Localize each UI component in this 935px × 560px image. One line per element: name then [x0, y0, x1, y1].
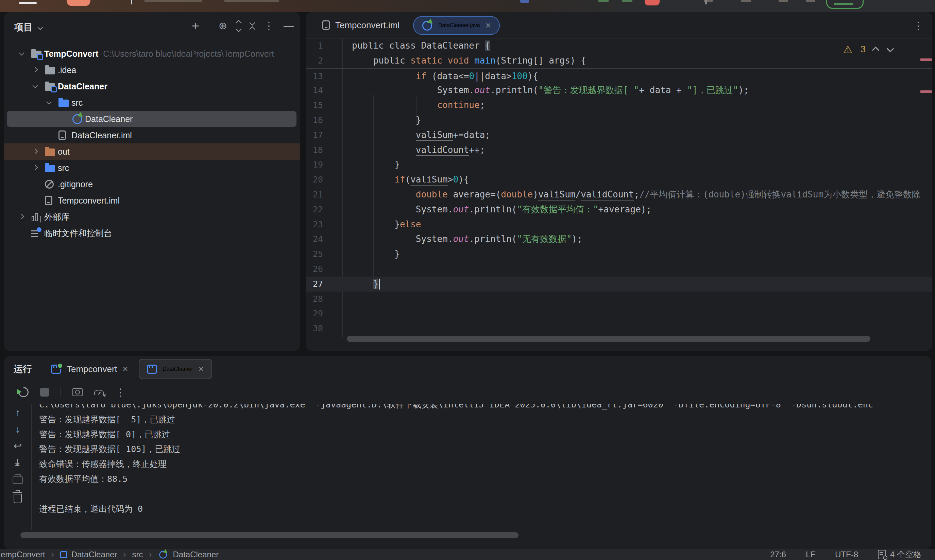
toolbar-blue-icon[interactable] — [520, 0, 529, 3]
line-ending[interactable]: LF — [806, 550, 815, 559]
expand-all-icon[interactable] — [237, 21, 241, 31]
line-number[interactable]: 26 — [306, 262, 342, 277]
license-pill-button[interactable] — [826, 0, 864, 9]
project-panel-title[interactable]: 项目 — [14, 21, 41, 33]
module-icon — [60, 551, 67, 558]
line-number[interactable]: 16 — [306, 113, 342, 128]
breadcrumb-item[interactable]: src — [132, 550, 143, 559]
chevron-down-icon[interactable] — [32, 83, 38, 88]
up-stacktrace-icon[interactable]: ↑ — [15, 407, 20, 418]
line-number[interactable]: 19 — [306, 157, 342, 172]
hide-panel-icon[interactable]: — — [283, 20, 294, 32]
down-stacktrace-icon[interactable]: ↓ — [15, 424, 20, 435]
indent-icon — [878, 550, 886, 559]
tree-item-src[interactable]: src — [4, 160, 300, 176]
profiler-icon[interactable] — [94, 390, 104, 395]
tree-item-tempconvert[interactable]: TempConvertC:\Users\taro blue\IdeaProjec… — [4, 46, 300, 62]
scroll-to-end-icon[interactable]: ⇥ — [12, 458, 23, 466]
tree-item-datacleaner[interactable]: DataCleaner — [4, 111, 300, 127]
line-number[interactable]: 21 — [306, 187, 342, 202]
code-line-2: 2 public static void main(String[] args)… — [306, 53, 932, 68]
error-stripe-mark[interactable] — [920, 58, 932, 61]
line-number[interactable]: 22 — [306, 202, 342, 217]
rerun-icon[interactable] — [16, 385, 31, 399]
file-encoding[interactable]: UTF-8 — [835, 550, 858, 559]
line-number[interactable]: 23 — [306, 217, 342, 232]
chevron-right-icon[interactable] — [32, 165, 38, 170]
tree-item-src[interactable]: src — [4, 94, 300, 111]
tree-item-datacleaner[interactable]: DataCleaner — [4, 78, 300, 94]
stop-record-icon[interactable] — [645, 0, 659, 5]
hamburger-menu-icon[interactable] — [19, 2, 37, 4]
clear-console-icon[interactable] — [14, 494, 22, 503]
tree-item-out[interactable]: out — [4, 143, 300, 160]
tree-item-datacleaner.iml[interactable]: DataCleaner.iml — [4, 127, 300, 143]
more-options-icon[interactable]: ⋮ — [264, 20, 274, 32]
line-number[interactable]: 13 — [306, 69, 342, 83]
run-panel-title[interactable]: 运行 — [14, 363, 32, 375]
run-tab-datacleaner[interactable]: DataCleaner× — [139, 359, 212, 379]
line-number[interactable]: 14 — [306, 83, 342, 98]
chevron-down-icon[interactable] — [19, 50, 25, 56]
editor-horizontal-scrollbar[interactable] — [347, 336, 870, 342]
line-number[interactable]: 17 — [306, 128, 342, 143]
settings-icon[interactable] — [806, 0, 815, 2]
run-icon[interactable] — [598, 0, 608, 2]
code-editor[interactable]: 1public class DataCleaner {2 public stat… — [306, 38, 932, 351]
search-icon[interactable] — [779, 0, 788, 2]
collapse-all-icon[interactable] — [250, 21, 254, 31]
tree-item-tempconvert.iml[interactable]: Tempconvert.iml — [4, 192, 300, 209]
breadcrumb-item[interactable]: empConvert — [1, 550, 45, 559]
line-number[interactable]: 15 — [306, 98, 342, 113]
print-icon[interactable] — [12, 476, 23, 484]
more-options-icon[interactable]: ⋮ — [115, 386, 125, 398]
caret-position[interactable]: 27:6 — [770, 550, 786, 559]
add-button[interactable]: + — [192, 20, 199, 32]
stop-icon[interactable] — [40, 388, 49, 397]
console-output[interactable]: C:\Users\taro blue\.jdks\openjdk-20.0.2\… — [39, 404, 924, 525]
code-line-24: 24 System.out.println("无有效数据"); — [306, 232, 932, 247]
line-number[interactable]: 27 — [306, 277, 342, 292]
error-stripe-mark[interactable] — [920, 91, 932, 93]
clipped-toolbar-text — [145, 0, 202, 2]
ide-window: 项目 + ⊕ ⋮ — TempConvertC:\Users\taro blue… — [0, 0, 935, 560]
line-number[interactable]: 24 — [306, 232, 342, 247]
chevron-right-icon[interactable] — [32, 149, 38, 154]
tree-item-.gitignore[interactable]: .gitignore — [4, 176, 300, 192]
chevron-right-icon[interactable] — [32, 67, 38, 72]
console-horizontal-scrollbar[interactable] — [20, 532, 519, 538]
chevron-down-icon[interactable] — [46, 99, 52, 105]
editor-options-icon[interactable]: ⋮ — [913, 20, 923, 32]
line-number[interactable]: 1 — [306, 38, 342, 53]
debug-icon[interactable] — [622, 0, 632, 2]
line-number[interactable]: 28 — [306, 292, 342, 306]
indent-setting[interactable]: 4 个空格 — [878, 549, 921, 560]
tree-item-外部库[interactable]: 外部库 — [4, 209, 300, 225]
line-number[interactable]: 20 — [306, 172, 342, 187]
close-tab-icon[interactable]: × — [485, 21, 491, 30]
line-number[interactable]: 30 — [306, 321, 342, 336]
breadcrumb-item[interactable]: DataCleaner — [60, 550, 117, 559]
prev-problem-icon[interactable] — [872, 46, 879, 54]
line-number[interactable]: 29 — [306, 306, 342, 321]
line-number[interactable]: 2 — [306, 53, 342, 68]
soft-wrap-icon[interactable]: ↩ — [14, 440, 22, 451]
chevron-right-icon[interactable] — [19, 214, 25, 219]
java-main-class-icon — [159, 551, 168, 559]
app-red-icon[interactable] — [67, 0, 91, 6]
breadcrumb-item[interactable]: DataCleaner — [158, 549, 219, 560]
tree-item-.idea[interactable]: .idea — [4, 62, 300, 78]
screenshot-icon[interactable] — [72, 388, 83, 396]
inspections-widget[interactable]: ⚠ 3 — [843, 43, 892, 55]
commit-icon[interactable] — [741, 0, 751, 2]
line-number[interactable]: 18 — [306, 143, 342, 158]
tree-item-临时文件和控制台[interactable]: 临时文件和控制台 — [4, 225, 300, 241]
locate-file-icon[interactable]: ⊕ — [219, 20, 227, 32]
close-tab-icon[interactable]: × — [199, 365, 204, 374]
line-number[interactable]: 25 — [306, 247, 342, 262]
editor-tab-tempconvert.iml[interactable]: Tempconvert.iml — [322, 12, 399, 38]
run-tab-tempconvert[interactable]: Tempconvert× — [51, 356, 128, 382]
close-tab-icon[interactable]: × — [123, 365, 128, 374]
history-icon[interactable] — [704, 0, 713, 2]
editor-tab-datacleaner.java[interactable]: DataCleaner.java× — [413, 16, 500, 35]
